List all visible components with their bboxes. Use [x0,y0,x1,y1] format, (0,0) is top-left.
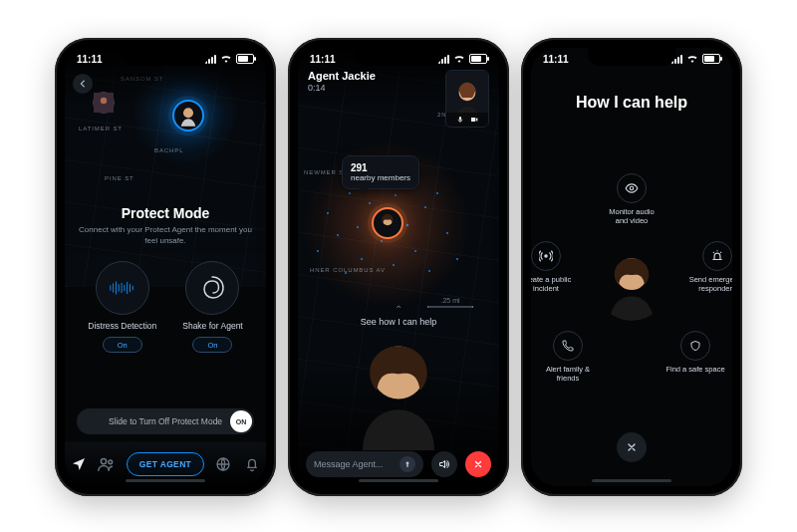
user-location-pin[interactable] [372,207,403,239]
tooltip-count: 291 [351,162,410,173]
svg-point-34 [317,250,319,252]
tab-location-icon[interactable] [70,455,88,473]
svg-point-19 [395,194,397,196]
friend-pin[interactable] [93,92,115,114]
wifi-icon [453,55,465,64]
agent-name: Agent Jackie [308,70,445,82]
help-option-alert-family[interactable]: Alert family & friends [538,331,598,383]
nearby-members-tooltip[interactable]: 291 nearby members [342,155,419,189]
call-header: Agent Jackie 0:14 [308,70,489,128]
svg-point-2 [183,108,193,118]
svg-point-20 [357,226,359,228]
feature-label: Shake for Agent [182,321,243,331]
tab-alerts-icon[interactable] [243,455,261,473]
svg-point-27 [436,192,438,194]
help-option-incident[interactable]: Create a public incident [531,241,576,293]
back-button[interactable] [73,74,93,94]
svg-point-35 [456,258,458,260]
svg-point-23 [424,206,426,208]
notch [588,48,675,66]
notch [355,48,442,66]
feature-label: Distress Detection [88,321,156,331]
slider-label: Slide to Turn Off Protect Mode [77,416,254,426]
slider-knob[interactable]: ON [230,410,252,432]
svg-point-31 [393,264,395,266]
status-time: 11:11 [543,54,569,65]
feature-distress-detection[interactable]: Distress Detection On [88,261,156,353]
wifi-icon [220,55,232,64]
feature-toggle[interactable]: On [103,337,142,353]
user-avatar [339,331,458,450]
wifi-icon [686,55,698,64]
status-time: 11:11 [77,54,103,65]
street-label: PINE ST [105,175,134,181]
feature-toggle[interactable]: On [192,337,232,353]
call-duration: 0:14 [308,83,445,93]
svg-point-22 [381,240,383,242]
phone-help-menu: 11:11 How I can help Monitor audio and v… [521,38,742,496]
help-option-monitor[interactable]: Monitor audio and video [602,173,662,225]
section-title: Protect Mode [65,205,266,221]
home-indicator[interactable] [592,479,671,482]
eye-icon [617,173,647,203]
phone-icon [553,331,583,361]
svg-point-33 [345,272,347,274]
svg-point-32 [428,270,430,272]
mic-icon [456,116,464,124]
svg-point-41 [630,186,634,190]
close-button[interactable] [617,432,647,462]
chevron-up-icon: ⌃ [298,304,499,315]
help-option-safe-space[interactable]: Find a safe space [665,331,725,374]
help-hint[interactable]: ⌃ See how I can help [298,304,499,327]
user-avatar [596,249,667,321]
protect-mode-slider[interactable]: Slide to Turn Off Protect Mode ON [77,408,254,434]
svg-point-26 [414,250,416,252]
send-up-icon[interactable] [399,456,415,472]
svg-point-15 [109,460,113,464]
svg-point-18 [369,202,371,204]
home-indicator[interactable] [359,479,438,482]
broadcast-icon [531,241,561,271]
street-label: BACHPL [154,147,183,153]
svg-point-30 [361,258,363,260]
message-row: Message Agent... [306,450,491,478]
agent-video-thumbnail[interactable] [445,70,489,128]
camera-icon [470,116,478,124]
battery-icon [236,54,254,64]
phone-agent-call: 11:11 2ND ST NEWMER ST HNER COLUMBUS AV … [288,38,509,496]
status-time: 11:11 [310,54,336,65]
user-location-pin[interactable] [172,100,204,132]
svg-point-25 [337,234,339,236]
svg-point-28 [446,232,448,234]
message-placeholder: Message Agent... [314,459,384,469]
feature-shake-for-agent[interactable]: Shake for Agent On [182,261,243,353]
shield-icon [680,331,710,361]
tab-globe-icon[interactable] [214,455,232,473]
battery-icon [702,54,720,64]
battery-icon [469,54,487,64]
siren-icon [702,241,732,271]
section-subtitle: Connect with your Protect Agent the mome… [79,225,252,247]
get-agent-button[interactable]: GET AGENT [127,452,204,476]
phone-protect-mode: 11:11 SANSOM ST LATIMER ST BACHPL PINE S… [55,38,276,496]
distress-waveform-icon [96,261,149,315]
street-label: LATIMER ST [79,126,123,132]
notch [122,48,209,66]
tooltip-label: nearby members [351,173,410,182]
tab-contacts-icon[interactable] [98,455,116,473]
message-input[interactable]: Message Agent... [306,451,423,477]
svg-point-42 [545,254,547,256]
help-option-responders[interactable]: Send emergency responders [687,241,732,293]
svg-point-21 [406,224,408,226]
svg-point-14 [102,458,107,463]
svg-point-24 [349,192,351,194]
shake-swirl-icon [185,261,239,315]
svg-point-29 [327,212,329,214]
home-indicator[interactable] [126,479,205,482]
end-call-button[interactable] [465,451,491,477]
svg-point-4 [101,98,107,104]
speaker-button[interactable] [431,451,457,477]
